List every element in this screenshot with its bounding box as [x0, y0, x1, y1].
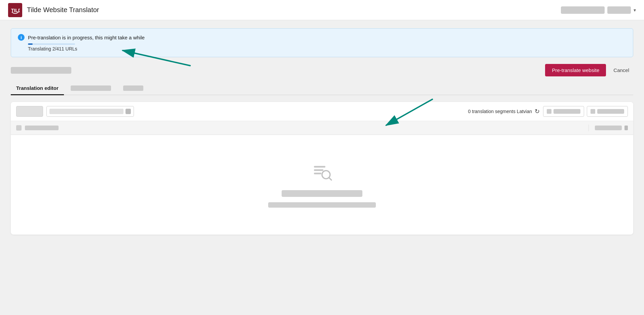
app-logo: TILDE	[8, 3, 22, 17]
header-dropdown-button[interactable]: ▾	[634, 7, 636, 13]
empty-state-line2	[268, 202, 376, 208]
table-header	[11, 121, 633, 135]
tab-translation-editor[interactable]: Translation editor	[11, 82, 64, 95]
toolbar-row: Pre-translate website Cancel	[11, 64, 633, 76]
editor-toolbar: 0 translation segments Latvian ↻	[11, 102, 633, 121]
search-clear-icon[interactable]	[126, 109, 131, 114]
tab-2-placeholder	[71, 85, 111, 91]
header-right-controls: ▾	[561, 6, 636, 14]
main-content: i Pre-translation is in progress, this m…	[0, 20, 644, 243]
empty-state-icon	[312, 162, 332, 185]
app-header: TILDE Tilde Website Translator ▾	[0, 0, 644, 20]
info-icon: i	[18, 34, 25, 41]
editor-right-buttons	[543, 106, 628, 117]
progress-bar	[28, 43, 75, 45]
svg-rect-1	[314, 166, 325, 168]
editor-panel: 0 translation segments Latvian ↻	[11, 102, 633, 235]
col1-header-placeholder	[25, 126, 59, 130]
notification-header: i Pre-translation is in progress, this m…	[18, 34, 626, 41]
table-col2-header	[595, 126, 628, 130]
notification-progress: Translating 2/411 URLs	[18, 43, 626, 51]
refresh-icon[interactable]: ↻	[535, 108, 540, 115]
tab-3-placeholder	[123, 85, 143, 91]
toolbar-placeholder	[11, 67, 71, 74]
segments-info: 0 translation segments Latvian ↻	[137, 108, 540, 115]
filter-btn-2-icon	[591, 109, 595, 114]
tab-3[interactable]	[116, 82, 149, 95]
header-nav-placeholder-1	[561, 6, 605, 14]
editor-filter-btn-2[interactable]	[587, 106, 628, 117]
select-all-checkbox[interactable]	[16, 125, 22, 131]
col2-header-placeholder	[595, 126, 622, 130]
empty-state	[11, 135, 633, 235]
tab-2[interactable]	[64, 82, 116, 95]
progress-bar-fill	[28, 43, 33, 45]
toolbar-right: Pre-translate website Cancel	[545, 64, 633, 76]
sort-icon[interactable]	[624, 126, 628, 130]
cancel-button[interactable]: Cancel	[609, 64, 633, 76]
pretranslate-button[interactable]: Pre-translate website	[545, 64, 606, 76]
svg-rect-3	[314, 173, 321, 174]
editor-filter-dropdown[interactable]	[16, 106, 43, 117]
notification-subtitle: Translating 2/411 URLs	[28, 46, 626, 51]
filter-btn-1-label	[553, 109, 580, 114]
svg-line-5	[329, 178, 331, 180]
toolbar-left	[11, 67, 71, 74]
filter-btn-2-label	[597, 109, 624, 114]
header-nav-placeholder-2	[607, 6, 631, 14]
filter-btn-1-icon	[547, 109, 551, 114]
empty-state-line1	[282, 190, 362, 197]
notification-banner: i Pre-translation is in progress, this m…	[11, 28, 633, 57]
search-input-placeholder	[49, 109, 123, 114]
editor-search-box[interactable]	[46, 106, 134, 117]
editor-filter-btn-1[interactable]	[543, 106, 584, 117]
notification-title: Pre-translation is in progress, this mig…	[28, 35, 145, 40]
tabs-row: Translation editor	[11, 82, 633, 95]
column-divider	[588, 125, 589, 131]
segments-count-label: 0 translation segments Latvian	[468, 109, 532, 114]
app-title: Tilde Website Translator	[27, 6, 561, 14]
svg-rect-2	[314, 169, 323, 171]
table-col1-header	[25, 126, 582, 130]
